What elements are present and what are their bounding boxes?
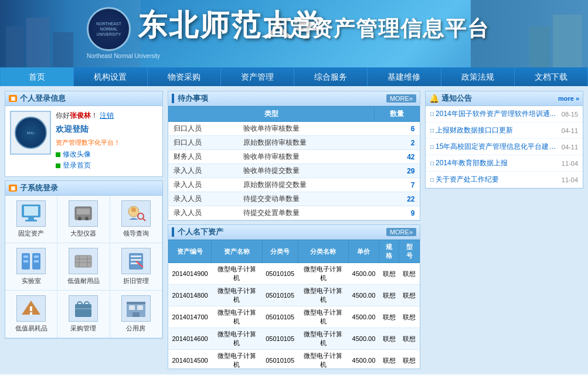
- lab-icon: [19, 251, 43, 272]
- nav-item-infrastructure[interactable]: 基建维修: [368, 67, 441, 86]
- change-avatar-link[interactable]: 修改头像: [56, 149, 158, 159]
- subsystem-item-office[interactable]: 公用房: [110, 291, 162, 338]
- monitor-icon: [19, 203, 43, 224]
- subsystem-item-low-value[interactable]: 低值耐用品: [57, 243, 110, 291]
- purchase-icon-box: [69, 295, 98, 322]
- pending-cell-desc: 待提交处置单数量: [239, 206, 375, 220]
- subsystem-item-leader-query[interactable]: 领导查询: [110, 196, 162, 243]
- pending-more-button[interactable]: MORE»: [386, 94, 416, 103]
- subsystem-label-office: 公用房: [126, 324, 145, 333]
- notice-item-title: 2014年教育部数据上报: [430, 158, 559, 168]
- bullet-icon: [56, 152, 60, 157]
- assets-table-row[interactable]: 2014014500微型电子计算机05010105微型电子计算机4500.00联…: [169, 350, 420, 369]
- assets-table-cell: 2014014500: [169, 350, 212, 369]
- logout-link[interactable]: 注销: [100, 111, 114, 120]
- subsystem-label-consumable: 低值易耗品: [15, 324, 47, 333]
- assets-table-row[interactable]: 2014014600微型电子计算机05010105微型电子计算机4500.00联…: [169, 328, 420, 350]
- subsystem-item-depreciation[interactable]: 折旧管理: [110, 243, 162, 291]
- nav-item-assets[interactable]: 资产管理: [221, 67, 294, 86]
- subsystem-item-consumable[interactable]: 低值易耗品: [5, 291, 57, 338]
- svg-rect-2: [28, 217, 34, 220]
- subsystem-item-instruments[interactable]: 大型仪器: [57, 196, 110, 243]
- notice-item[interactable]: 关于资产处工作纪要 11-04: [426, 172, 583, 188]
- notice-item-date: 11-04: [562, 176, 578, 183]
- assets-scroll-area[interactable]: 资产编号资产名称分类号分类名称单价规格型号 2014014900微型电子计算机0…: [168, 240, 420, 369]
- personal-assets-section: 个人名下资产 MORE» 资产编号资产名称分类号分类名称单价规格型号 20140…: [168, 224, 420, 369]
- welcome-login-link[interactable]: 欢迎登陆: [56, 124, 158, 135]
- login-home-link[interactable]: 登录首页: [56, 161, 158, 171]
- fixed-assets-icon-box: [16, 200, 46, 227]
- svg-line-11: [143, 219, 145, 221]
- pending-tasks-section: 待办事项 MORE» 类型 数量 归口人员 验收单待审核数量 6 归口人员 原始…: [168, 91, 420, 221]
- pending-cell-count: 6: [375, 122, 420, 136]
- low-value-icon-box: [69, 248, 98, 274]
- assets-col-header: 分类名称: [298, 240, 348, 263]
- system-subtitle: 固定资产管理信息平台: [267, 15, 490, 43]
- notice-item[interactable]: 2014年国子软件资产管理软件培训通... 08-15: [426, 106, 583, 122]
- pending-table-row[interactable]: 财务人员 验收单待审核数量 42: [169, 150, 420, 164]
- assets-col-header: 单价: [349, 240, 379, 263]
- pending-cell-desc: 待提交变动单数量: [239, 192, 375, 206]
- instruments-icon-box: [69, 200, 98, 227]
- main-content: ▣ 个人登录信息 NNU 你好张俊林！ 注销 欢迎登陆: [0, 86, 588, 374]
- svg-rect-36: [129, 305, 135, 310]
- instruments-icon: [72, 203, 95, 224]
- assets-table-cell: 微型电子计算机: [212, 328, 262, 350]
- pending-table-row[interactable]: 录入人员 待提交处置单数量 9: [169, 206, 420, 220]
- pending-cell-count: 9: [375, 206, 420, 220]
- assets-table-cell: 联想: [399, 350, 420, 369]
- office-icon-box: [121, 295, 151, 322]
- svg-rect-18: [75, 255, 91, 267]
- pending-table: 类型 数量 归口人员 验收单待审核数量 6 归口人员 原始数据待审核数量 2 财…: [168, 106, 420, 220]
- notice-item[interactable]: 15年高校固定资产管理信息化平台建设... 04-11: [426, 139, 583, 155]
- assets-table-cell: 微型电子计算机: [298, 328, 348, 350]
- nav-item-org[interactable]: 机构设置: [74, 67, 147, 86]
- svg-rect-17: [34, 260, 39, 262]
- assets-table-row[interactable]: 2014014800微型电子计算机05010105微型电子计算机4500.00联…: [169, 285, 420, 306]
- assets-table-row[interactable]: 2014014700微型电子计算机05010105微型电子计算机4500.00联…: [169, 306, 420, 328]
- notice-item-title: 2014年国子软件资产管理软件培训通...: [430, 109, 559, 119]
- notice-more-link[interactable]: more »: [558, 95, 579, 102]
- pending-table-row[interactable]: 录入人员 验收单待提交数量 29: [169, 164, 420, 178]
- pending-cell-count: 29: [375, 164, 420, 178]
- assets-table-cell: 微型电子计算机: [212, 285, 262, 306]
- subsystem-item-lab[interactable]: 实验室: [5, 243, 57, 291]
- personal-assets-header: 个人名下资产 MORE»: [168, 225, 420, 240]
- platform-link[interactable]: 资产管理数字化平台！: [56, 138, 158, 147]
- pending-table-row[interactable]: 录入人员 原始数据待提交数量 7: [169, 178, 420, 192]
- assets-table-cell: 微型电子计算机: [298, 263, 348, 285]
- nav-item-home[interactable]: 首页: [0, 67, 74, 86]
- subsystem-item-fixed-assets[interactable]: 固定资产: [5, 196, 57, 243]
- nav-item-policy[interactable]: 政策法规: [441, 67, 515, 86]
- assets-table-cell: 微型电子计算机: [212, 350, 262, 369]
- notice-item[interactable]: 2014年教育部数据上报 11-04: [426, 155, 583, 172]
- nav-item-services[interactable]: 综合服务: [294, 67, 368, 86]
- assets-more-button[interactable]: MORE»: [386, 228, 416, 236]
- pending-table-row[interactable]: 归口人员 验收单待审核数量 6: [169, 122, 420, 136]
- bullet-icon-2: [56, 163, 60, 168]
- subsystem-label-depreciation: 折旧管理: [123, 277, 149, 285]
- notice-item-date: 08-15: [562, 111, 578, 118]
- pending-table-row[interactable]: 录入人员 待提交变动单数量 22: [169, 192, 420, 206]
- assets-col-header: 规格: [379, 240, 399, 263]
- assets-table-row[interactable]: 2014014900微型电子计算机05010105微型电子计算机4500.00联…: [169, 263, 420, 285]
- assets-table: 资产编号资产名称分类号分类名称单价规格型号 2014014900微型电子计算机0…: [168, 240, 420, 369]
- pending-cell-desc: 原始数据待审核数量: [239, 136, 375, 150]
- avatar[interactable]: NNU: [10, 111, 51, 155]
- assets-table-cell: 05010105: [262, 350, 298, 369]
- svg-rect-30: [30, 312, 32, 315]
- notice-item-title: 15年高校固定资产管理信息化平台建设...: [430, 142, 559, 152]
- subsystem-section: ▣ 子系统登录 固定资产: [5, 180, 163, 339]
- subsystem-item-purchase[interactable]: 采购管理: [57, 291, 110, 338]
- svg-rect-5: [77, 209, 90, 214]
- assets-table-cell: 2014014600: [169, 328, 212, 350]
- nav-item-docs[interactable]: 文档下载: [515, 67, 588, 86]
- nav-item-procurement[interactable]: 物资采购: [148, 67, 221, 86]
- notice-section: 🔔 通知公告 more » 2014年国子软件资产管理软件培训通... 08-1…: [425, 91, 583, 189]
- svg-rect-3: [25, 220, 37, 221]
- lab-icon-box: [16, 248, 46, 274]
- assets-col-header: 资产名称: [212, 240, 262, 263]
- notice-item[interactable]: 上报财政数据接口口更新 04-11: [426, 122, 583, 139]
- right-panel: 🔔 通知公告 more » 2014年国子软件资产管理软件培训通... 08-1…: [425, 91, 583, 369]
- pending-table-row[interactable]: 归口人员 原始数据待审核数量 2: [169, 136, 420, 150]
